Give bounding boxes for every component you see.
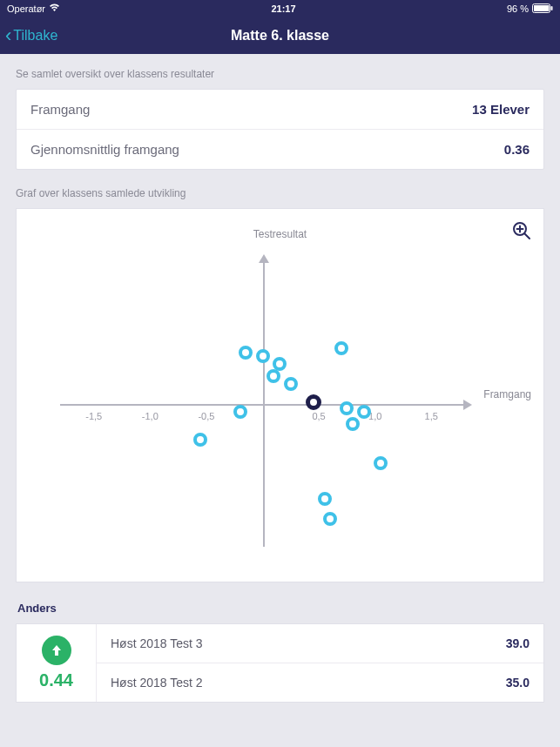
wifi-icon xyxy=(49,3,60,14)
x-tick: -1,5 xyxy=(85,411,102,421)
y-axis xyxy=(263,261,265,547)
test-row: Høst 2018 Test 2 35.0 xyxy=(97,663,543,702)
data-point[interactable] xyxy=(239,346,253,360)
data-point[interactable] xyxy=(357,405,371,419)
stat-value: 0.36 xyxy=(504,142,530,157)
zoom-in-icon[interactable] xyxy=(512,221,531,244)
data-point[interactable] xyxy=(233,405,247,419)
back-button[interactable]: ‹ Tilbake xyxy=(0,26,57,45)
stat-row: Gjennomsnittlig framgang 0.36 xyxy=(17,130,543,169)
arrow-up-badge-icon xyxy=(42,636,71,665)
stat-value: 13 Elever xyxy=(472,102,530,117)
overview-section-label: Se samlet oversikt over klassens resulta… xyxy=(16,68,544,80)
svg-rect-1 xyxy=(534,5,550,11)
battery-icon xyxy=(532,3,553,15)
student-section: Anders 0.44 Høst 2018 Test 3 39.0 Høst 2… xyxy=(16,602,544,703)
data-point[interactable] xyxy=(306,394,321,410)
svg-rect-2 xyxy=(550,6,552,10)
stat-label: Framgang xyxy=(30,102,90,117)
data-point[interactable] xyxy=(374,456,388,470)
back-label: Tilbake xyxy=(13,28,57,44)
scatter-plot: -1,5-1,0-0,50,51,01,5 xyxy=(60,261,465,547)
x-tick: 1,5 xyxy=(425,411,438,421)
test-row: Høst 2018 Test 3 39.0 xyxy=(97,624,543,663)
student-card[interactable]: 0.44 Høst 2018 Test 3 39.0 Høst 2018 Tes… xyxy=(16,623,544,703)
data-point[interactable] xyxy=(323,512,337,526)
data-point[interactable] xyxy=(334,341,348,355)
carrier-label: Operatør xyxy=(7,3,45,14)
clock: 21:17 xyxy=(271,3,295,14)
svg-line-4 xyxy=(525,234,530,239)
battery-pct: 96 % xyxy=(507,3,529,14)
nav-bar: ‹ Tilbake Matte 6. klasse xyxy=(0,17,560,54)
x-tick: -0,5 xyxy=(198,411,214,421)
test-name: Høst 2018 Test 3 xyxy=(111,636,203,650)
data-point[interactable] xyxy=(340,401,354,415)
data-point[interactable] xyxy=(256,349,270,363)
student-name: Anders xyxy=(16,602,544,615)
chevron-left-icon: ‹ xyxy=(5,26,11,45)
data-point[interactable] xyxy=(193,433,207,447)
student-progress-value: 0.44 xyxy=(39,670,73,690)
chart-section-label: Graf over klassens samlede utvikling xyxy=(16,187,544,199)
student-progress-cell: 0.44 xyxy=(17,624,97,702)
test-name: Høst 2018 Test 2 xyxy=(111,676,203,690)
y-axis-label: Testresultat xyxy=(253,228,307,240)
x-tick: 0,5 xyxy=(312,411,325,421)
page-title: Matte 6. klasse xyxy=(231,28,329,44)
stat-row: Framgang 13 Elever xyxy=(17,90,543,130)
x-axis-label: Framgang xyxy=(483,388,531,400)
data-point[interactable] xyxy=(284,377,298,391)
data-point[interactable] xyxy=(346,417,360,431)
x-tick: -1,0 xyxy=(142,411,159,421)
stat-label: Gjennomsnittlig framgang xyxy=(30,142,179,157)
data-point[interactable] xyxy=(318,492,332,506)
data-point[interactable] xyxy=(267,369,280,383)
test-score: 39.0 xyxy=(506,636,530,650)
chart-card: Testresultat Framgang -1,5-1,0-0,50,51,0… xyxy=(16,208,544,582)
test-score: 35.0 xyxy=(506,676,530,690)
overview-card: Framgang 13 Elever Gjennomsnittlig framg… xyxy=(16,89,544,170)
status-bar: Operatør 21:17 96 % xyxy=(0,0,560,17)
